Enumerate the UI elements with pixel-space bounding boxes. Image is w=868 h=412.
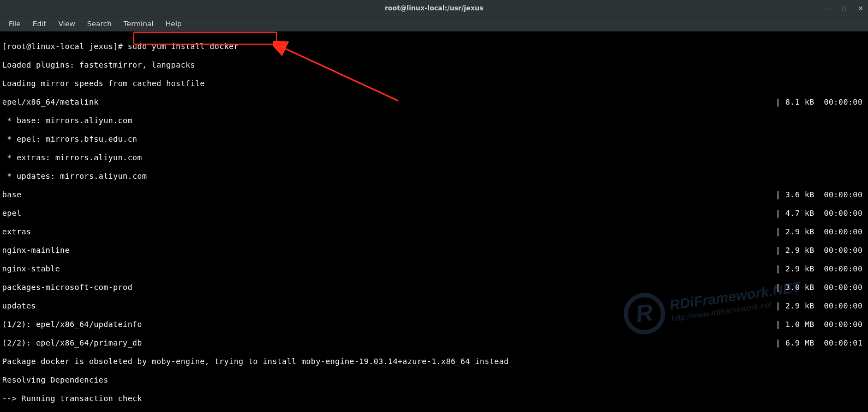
output-line: (1/2): epel/x86_64/updateinfo [2,320,142,329]
output-line: * extras: mirrors.aliyun.com [2,153,866,162]
status-text: | 8.1 kB 00:00:00 [776,98,866,107]
prompt-prefix: [root@linux-local jexus]# [2,42,128,51]
output-line: Resolving Dependencies [2,375,866,385]
status-text: | 1.0 MB 00:00:00 [776,320,866,329]
output-line: epel [2,209,21,218]
output-line: * epel: mirrors.bfsu.edu.cn [2,135,866,144]
output-line: * base: mirrors.aliyun.com [2,116,866,125]
output-line: Loading mirror speeds from cached hostfi… [2,79,866,88]
output-line: extras [2,227,31,237]
menu-edit[interactable]: Edit [27,17,52,30]
window-controls: — □ ✕ [823,0,865,16]
output-line: * updates: mirrors.aliyun.com [2,172,866,181]
output-line: base [2,190,21,199]
output-line: Package docker is obsoleted by moby-engi… [2,357,866,366]
menu-search[interactable]: Search [82,17,117,30]
status-text: | 3.6 kB 00:00:00 [776,190,866,199]
status-text: | 2.9 kB 00:00:00 [776,264,866,274]
output-line: (2/2): epel/x86_64/primary_db [2,338,142,348]
minimize-button[interactable]: — [823,4,832,13]
status-text: | 6.9 MB 00:00:01 [776,338,866,348]
close-button[interactable]: ✕ [856,4,865,13]
output-line: packages-microsoft-com-prod [2,283,133,292]
status-text: | 2.9 kB 00:00:00 [776,227,866,237]
output-line: Loaded plugins: fastestmirror, langpacks [2,60,866,70]
status-text: | 3.0 kB 00:00:00 [776,283,866,292]
menu-bar: File Edit View Search Terminal Help [0,16,868,32]
menu-view[interactable]: View [53,17,81,30]
menu-help[interactable]: Help [160,17,187,30]
output-line: nginx-stable [2,264,60,274]
menu-file[interactable]: File [3,17,26,30]
menu-terminal[interactable]: Terminal [118,17,159,30]
output-line: nginx-mainline [2,246,70,255]
status-text: | 4.7 kB 00:00:00 [776,209,866,218]
status-text: | 2.9 kB 00:00:00 [776,246,866,255]
prompt-command: sudo yum install docker [128,42,238,51]
maximize-button[interactable]: □ [840,4,848,13]
terminal-output[interactable]: [root@linux-local jexus]# sudo yum insta… [0,32,868,412]
output-line: updates [2,301,36,311]
output-line: --> Running transaction check [2,394,866,403]
window-titlebar: root@linux-local:/usr/jexus — □ ✕ [0,0,868,16]
output-line: epel/x86_64/metalink [2,98,99,107]
window-title: root@linux-local:/usr/jexus [385,4,483,12]
status-text: | 2.9 kB 00:00:00 [776,301,866,311]
